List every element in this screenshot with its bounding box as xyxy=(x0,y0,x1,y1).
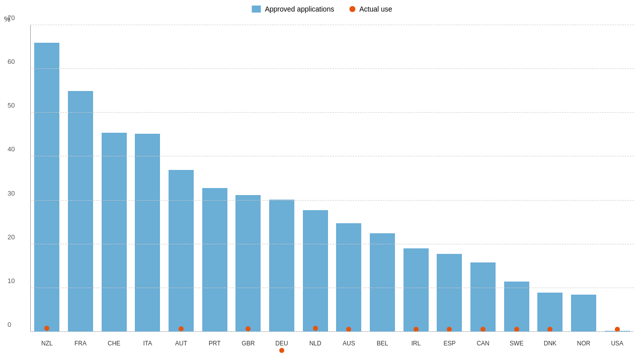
legend-approved-label: Approved applications xyxy=(265,5,334,13)
x-axis-label: PRT xyxy=(209,340,221,347)
actual-dot xyxy=(246,326,251,331)
bar-group: AUT xyxy=(165,25,198,332)
x-axis-label: ESP xyxy=(443,340,455,347)
approved-bar xyxy=(235,195,261,332)
y-axis-tick-label: 20 xyxy=(8,233,15,240)
bar-group: IRL xyxy=(399,25,433,332)
y-axis-tick-label: 40 xyxy=(8,145,15,153)
x-axis-label: DEU xyxy=(275,340,288,347)
legend: Approved applications Actual use xyxy=(252,5,392,13)
bar-group: AUS xyxy=(332,25,366,332)
approved-bar xyxy=(269,200,294,332)
x-axis-label: NZL xyxy=(41,340,53,347)
x-axis-label: FRA xyxy=(74,340,87,347)
chart-area: NZLFRACHEITAAUTPRTGBRDEUNLDAUSBELIRLESPC… xyxy=(30,25,634,332)
y-axis-tick-label: 0 xyxy=(8,321,11,328)
approved-bar xyxy=(437,254,462,332)
bar-group: PRT xyxy=(198,25,231,332)
bar-group: CHE xyxy=(97,25,131,332)
x-axis-label: USA xyxy=(611,340,623,347)
legend-actual-label: Actual use xyxy=(359,5,392,13)
chart-container: % Approved applications Actual use NZLFR… xyxy=(0,0,644,362)
actual-dot xyxy=(313,326,318,331)
legend-approved-bar xyxy=(252,6,261,13)
approved-bar xyxy=(303,210,328,332)
grid-line xyxy=(30,200,634,201)
legend-actual-dot xyxy=(349,6,355,12)
x-axis-label: SWE xyxy=(510,340,523,347)
grid-line xyxy=(30,244,634,244)
x-axis-label: AUT xyxy=(175,340,187,347)
actual-dot xyxy=(44,326,49,331)
bar-group: NOR xyxy=(567,25,601,332)
approved-bar xyxy=(537,293,562,332)
bars-container: NZLFRACHEITAAUTPRTGBRDEUNLDAUSBELIRLESPC… xyxy=(30,25,634,332)
actual-dot xyxy=(279,348,284,353)
x-axis-label: AUS xyxy=(343,340,355,347)
grid-line xyxy=(30,112,634,113)
actual-dot xyxy=(179,326,184,331)
x-axis-label: CHE xyxy=(108,340,120,347)
x-axis-label: GBR xyxy=(242,340,255,347)
approved-bar xyxy=(404,248,429,332)
approved-bar xyxy=(504,282,529,332)
legend-approved: Approved applications xyxy=(252,5,334,13)
y-axis-tick-label: 10 xyxy=(8,277,15,284)
approved-bar xyxy=(336,223,361,332)
x-axis-label: BEL xyxy=(377,340,388,347)
x-axis-label: CAN xyxy=(476,340,489,347)
bar-group: SWE xyxy=(500,25,533,332)
approved-bar xyxy=(34,43,59,332)
approved-bar xyxy=(68,91,93,332)
approved-bar xyxy=(571,295,596,332)
bar-group: NZL xyxy=(30,25,64,332)
x-axis-label: NOR xyxy=(577,340,591,347)
bar-group: NLD xyxy=(298,25,332,332)
approved-bar xyxy=(202,188,227,332)
legend-actual: Actual use xyxy=(349,5,392,13)
approved-bar xyxy=(470,262,496,332)
grid-line xyxy=(30,156,634,156)
y-axis-tick-label: 60 xyxy=(8,58,15,65)
approved-bar xyxy=(135,134,160,332)
bar-group: ITA xyxy=(131,25,165,332)
y-axis-tick-label: 30 xyxy=(8,189,15,197)
approved-bar xyxy=(370,233,395,332)
bar-group: GBR xyxy=(231,25,265,332)
x-axis-label: NLD xyxy=(309,340,321,347)
bar-group: CAN xyxy=(466,25,500,332)
y-axis-tick-label: 70 xyxy=(8,14,15,22)
approved-bar xyxy=(102,133,127,332)
grid-line xyxy=(30,68,634,69)
x-axis-label: ITA xyxy=(143,340,152,347)
grid-line xyxy=(30,331,634,332)
y-axis-tick-label: 50 xyxy=(8,102,15,109)
bar-group: ESP xyxy=(433,25,466,332)
bar-group: BEL xyxy=(366,25,399,332)
x-axis-label: IRL xyxy=(411,340,421,347)
bar-group: USA xyxy=(600,25,634,332)
grid-line xyxy=(30,288,634,288)
approved-bar xyxy=(169,170,194,332)
grid-line xyxy=(30,25,634,25)
bar-group: FRA xyxy=(64,25,98,332)
bar-group: DEU xyxy=(265,25,299,332)
bar-group: DNK xyxy=(533,25,567,332)
x-axis-label: DNK xyxy=(544,340,556,347)
